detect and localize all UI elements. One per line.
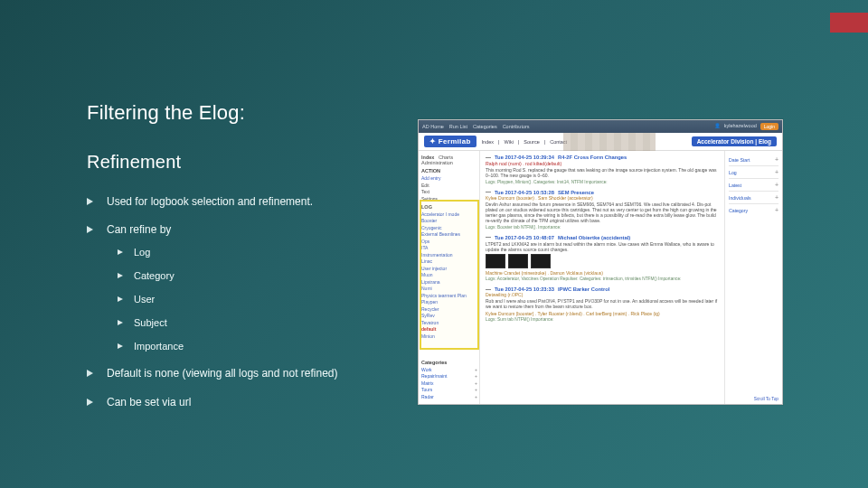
sub-bullet-list: Log Category User Subject Importance: [118, 246, 394, 354]
action-item[interactable]: Add entry: [421, 175, 476, 181]
refine-item[interactable]: Log+: [729, 169, 778, 175]
log-item[interactable]: External Beamlines: [421, 231, 476, 237]
topnav-item[interactable]: AD Home: [422, 124, 444, 129]
category-item[interactable]: Radar+: [421, 394, 477, 399]
sub-bullet: Category: [118, 269, 394, 284]
brand-text: Fermilab: [439, 137, 471, 145]
page-tabs: Index Charts Administration: [421, 155, 476, 165]
log-item[interactable]: default: [421, 326, 476, 332]
page-tab[interactable]: Administration: [421, 160, 453, 165]
log-item[interactable]: User injector: [421, 266, 476, 271]
sub-bullet: Subject: [118, 316, 394, 331]
text-column: Filtering the Elog: Refinement Used for …: [87, 101, 394, 423]
elog-screenshot: AD Home Run List Categories Contributors…: [418, 119, 783, 405]
log-item[interactable]: SyRev: [421, 313, 476, 318]
accent-bar: [830, 13, 868, 33]
log-entry[interactable]: Tue 2017-04-25 10:53:28 SEM PresenceKyle…: [486, 190, 719, 230]
log-item[interactable]: Physics tearment Plan: [421, 293, 476, 298]
shot-body: Index Charts Administration ACTION Add e…: [419, 151, 782, 404]
bullet-text: Default is none (viewing all logs and no…: [107, 367, 337, 380]
categories-block: Categories Work+Repair/maint+Matrix+Tour…: [421, 357, 477, 401]
topnav-item[interactable]: Contributors: [503, 124, 530, 129]
log-item[interactable]: Accelerator I mode: [421, 211, 476, 217]
refine-item[interactable]: Date Start+: [729, 156, 778, 163]
login-button[interactable]: Login: [760, 123, 778, 130]
refine-item[interactable]: Latest+: [729, 182, 778, 188]
bullet-text: Used for logbook selection and refinemen…: [107, 195, 313, 208]
action-header: ACTION: [421, 168, 476, 174]
user-icon: 👤: [714, 123, 721, 130]
log-item[interactable]: Lipstrana: [421, 279, 476, 285]
sub-bullet: Log: [118, 246, 394, 260]
sub-bullet: User: [118, 293, 394, 307]
category-item[interactable]: Repair/maint+: [421, 373, 477, 379]
shot-right-sidebar: Date Start+Log+Latest+Individuals+Catego…: [724, 151, 782, 404]
topnav-item[interactable]: Run List: [449, 124, 467, 129]
log-header: LOG: [421, 204, 476, 210]
action-item[interactable]: Edit: [421, 183, 476, 188]
slide: Filtering the Elog: Refinement Used for …: [0, 0, 868, 488]
log-entry[interactable]: Tue 2017-04-25 10:23:33 IPWC Barker Cont…: [486, 286, 719, 322]
categories-header: Categories: [421, 360, 477, 365]
log-item[interactable]: Numi: [421, 286, 476, 291]
scroll-top-link[interactable]: Scroll To Top: [754, 397, 778, 401]
category-item[interactable]: Work+: [421, 367, 477, 372]
brand-tab[interactable]: Source: [524, 139, 539, 145]
slide-subtitle: Refinement: [87, 152, 394, 173]
shot-entries: Tue 2017-04-25 10:29:34 R4-2F Cross Form…: [480, 151, 724, 404]
brand-tabs: Index| Wiki| Source| Contact: [482, 139, 568, 145]
topnav-item[interactable]: Categories: [473, 124, 497, 129]
log-item[interactable]: ITA: [421, 245, 476, 250]
refine-item[interactable]: Category+: [729, 207, 778, 213]
brand-tab[interactable]: Wiki: [504, 139, 513, 145]
division-pill: Accelerator Division | Elog: [692, 136, 777, 146]
log-entry[interactable]: Tue 2017-04-25 10:29:34 R4-2F Cross Form…: [486, 155, 719, 184]
log-item[interactable]: Muon: [421, 272, 476, 277]
category-item[interactable]: Matrix+: [421, 380, 477, 386]
log-item[interactable]: Minion: [421, 333, 476, 339]
refine-item[interactable]: Individuals+: [729, 194, 778, 201]
log-item[interactable]: Instrumentation: [421, 252, 476, 258]
brand-tab[interactable]: Index: [482, 139, 494, 145]
bullet-item: Used for logbook selection and refinemen…: [87, 194, 394, 210]
log-item[interactable]: Recycler: [421, 306, 476, 312]
bullet-text: Can refine by: [107, 223, 171, 236]
log-item[interactable]: Playpen: [421, 299, 476, 305]
username: kylehazelwood: [724, 123, 757, 130]
log-entry[interactable]: Tue 2017-04-25 10:48:07 Michael Obiertke…: [486, 235, 719, 282]
slide-title: Filtering the Elog:: [87, 101, 394, 125]
action-item[interactable]: Text: [421, 189, 476, 194]
fermilab-logo[interactable]: ✦ Fermilab: [424, 136, 476, 147]
sub-bullet: Importance: [118, 340, 394, 354]
bullet-text: Can be set via url: [107, 396, 191, 408]
bullet-item: Can be set via url: [87, 395, 394, 410]
header-photo-bg: [563, 133, 656, 151]
log-item[interactable]: Booster: [421, 218, 476, 223]
log-item[interactable]: Ops: [421, 239, 476, 244]
bullet-item: Default is none (viewing all logs and no…: [87, 366, 394, 381]
log-item[interactable]: Cryogenic: [421, 225, 476, 230]
bullet-list: Used for logbook selection and refinemen…: [87, 194, 394, 410]
log-item[interactable]: Linac: [421, 258, 476, 264]
bullet-item: Can refine by Log Category User Subject …: [87, 222, 394, 353]
shot-topbar: AD Home Run List Categories Contributors…: [419, 120, 782, 133]
log-item[interactable]: Tevatron: [421, 320, 476, 325]
shot-left-sidebar: Index Charts Administration ACTION Add e…: [419, 151, 480, 404]
action-item[interactable]: Settings: [421, 196, 476, 202]
category-item[interactable]: Tours+: [421, 387, 477, 392]
